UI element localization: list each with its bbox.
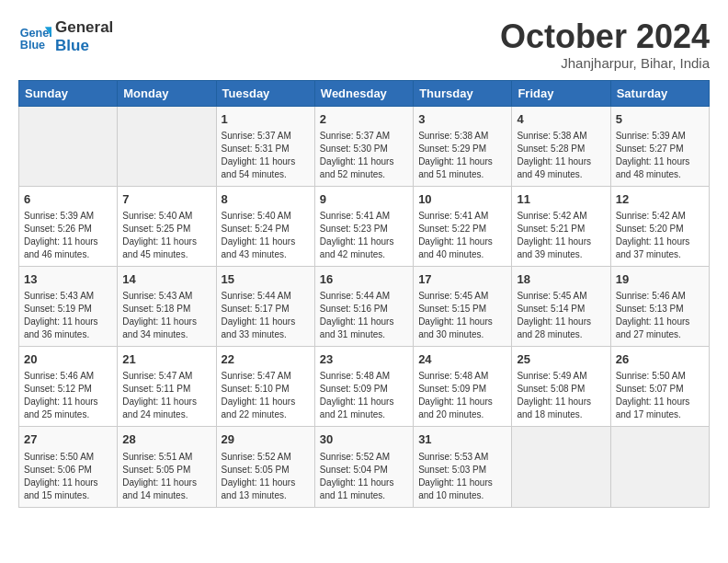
- header-row: Sunday Monday Tuesday Wednesday Thursday…: [19, 80, 710, 106]
- header-thursday: Thursday: [414, 80, 512, 106]
- logo: General Blue General Blue: [18, 18, 113, 56]
- calendar-cell: 8Sunrise: 5:40 AMSunset: 5:24 PMDaylight…: [216, 186, 314, 266]
- calendar-cell: 1Sunrise: 5:37 AMSunset: 5:31 PMDaylight…: [216, 106, 314, 186]
- cell-info: Sunrise: 5:43 AMSunset: 5:18 PMDaylight:…: [122, 290, 210, 341]
- day-number: 31: [418, 431, 506, 448]
- calendar-cell: 25Sunrise: 5:49 AMSunset: 5:08 PMDayligh…: [512, 347, 610, 427]
- calendar-cell: 6Sunrise: 5:39 AMSunset: 5:26 PMDaylight…: [19, 186, 118, 266]
- week-row-5: 27Sunrise: 5:50 AMSunset: 5:06 PMDayligh…: [19, 427, 710, 507]
- day-number: 17: [418, 271, 506, 288]
- cell-info: Sunrise: 5:38 AMSunset: 5:28 PMDaylight:…: [517, 130, 605, 181]
- cell-info: Sunrise: 5:45 AMSunset: 5:14 PMDaylight:…: [517, 290, 605, 341]
- logo-line2: Blue: [55, 37, 113, 55]
- calendar-body: 1Sunrise: 5:37 AMSunset: 5:31 PMDaylight…: [19, 106, 710, 507]
- calendar-cell: 12Sunrise: 5:42 AMSunset: 5:20 PMDayligh…: [610, 186, 709, 266]
- calendar-cell: 16Sunrise: 5:44 AMSunset: 5:16 PMDayligh…: [314, 266, 413, 346]
- cell-info: Sunrise: 5:38 AMSunset: 5:29 PMDaylight:…: [418, 130, 506, 181]
- day-number: 21: [122, 351, 210, 368]
- cell-info: Sunrise: 5:50 AMSunset: 5:07 PMDaylight:…: [616, 370, 704, 421]
- header-saturday: Saturday: [610, 80, 709, 106]
- calendar-cell: [19, 106, 118, 186]
- logo-line1: General: [55, 18, 113, 37]
- calendar-cell: 2Sunrise: 5:37 AMSunset: 5:30 PMDaylight…: [314, 106, 413, 186]
- calendar-cell: [512, 427, 610, 507]
- calendar-cell: 4Sunrise: 5:38 AMSunset: 5:28 PMDaylight…: [512, 106, 610, 186]
- cell-info: Sunrise: 5:52 AMSunset: 5:05 PMDaylight:…: [222, 451, 310, 502]
- cell-info: Sunrise: 5:39 AMSunset: 5:26 PMDaylight:…: [24, 210, 112, 261]
- cell-info: Sunrise: 5:51 AMSunset: 5:05 PMDaylight:…: [122, 451, 210, 502]
- calendar-cell: 15Sunrise: 5:44 AMSunset: 5:17 PMDayligh…: [216, 266, 314, 346]
- day-number: 26: [616, 351, 704, 368]
- cell-info: Sunrise: 5:46 AMSunset: 5:13 PMDaylight:…: [616, 290, 704, 341]
- cell-info: Sunrise: 5:52 AMSunset: 5:04 PMDaylight:…: [320, 451, 408, 502]
- calendar-cell: 21Sunrise: 5:47 AMSunset: 5:11 PMDayligh…: [118, 347, 216, 427]
- title-block: October 2024 Jhanjharpur, Bihar, India: [500, 18, 710, 71]
- calendar-cell: 7Sunrise: 5:40 AMSunset: 5:25 PMDaylight…: [118, 186, 216, 266]
- day-number: 12: [616, 191, 704, 208]
- day-number: 8: [222, 191, 310, 208]
- calendar-cell: 14Sunrise: 5:43 AMSunset: 5:18 PMDayligh…: [118, 266, 216, 346]
- header-friday: Friday: [512, 80, 610, 106]
- calendar-table: Sunday Monday Tuesday Wednesday Thursday…: [18, 80, 710, 508]
- calendar-cell: 30Sunrise: 5:52 AMSunset: 5:04 PMDayligh…: [314, 427, 413, 507]
- day-number: 20: [24, 351, 112, 368]
- day-number: 4: [517, 111, 605, 128]
- header-monday: Monday: [118, 80, 216, 106]
- week-row-4: 20Sunrise: 5:46 AMSunset: 5:12 PMDayligh…: [19, 347, 710, 427]
- location-subtitle: Jhanjharpur, Bihar, India: [500, 55, 710, 71]
- day-number: 27: [24, 431, 112, 448]
- day-number: 19: [616, 271, 704, 288]
- cell-info: Sunrise: 5:40 AMSunset: 5:25 PMDaylight:…: [122, 210, 210, 261]
- calendar-cell: 27Sunrise: 5:50 AMSunset: 5:06 PMDayligh…: [19, 427, 118, 507]
- calendar-cell: 11Sunrise: 5:42 AMSunset: 5:21 PMDayligh…: [512, 186, 610, 266]
- month-title: October 2024: [500, 18, 710, 55]
- calendar-cell: 24Sunrise: 5:48 AMSunset: 5:09 PMDayligh…: [414, 347, 512, 427]
- calendar-cell: 31Sunrise: 5:53 AMSunset: 5:03 PMDayligh…: [414, 427, 512, 507]
- day-number: 6: [24, 191, 112, 208]
- calendar-cell: 20Sunrise: 5:46 AMSunset: 5:12 PMDayligh…: [19, 347, 118, 427]
- calendar-cell: 22Sunrise: 5:47 AMSunset: 5:10 PMDayligh…: [216, 347, 314, 427]
- header-tuesday: Tuesday: [216, 80, 314, 106]
- week-row-1: 1Sunrise: 5:37 AMSunset: 5:31 PMDaylight…: [19, 106, 710, 186]
- day-number: 5: [616, 111, 704, 128]
- calendar-cell: [610, 427, 709, 507]
- calendar-cell: [118, 106, 216, 186]
- day-number: 3: [418, 111, 506, 128]
- week-row-3: 13Sunrise: 5:43 AMSunset: 5:19 PMDayligh…: [19, 266, 710, 346]
- cell-info: Sunrise: 5:45 AMSunset: 5:15 PMDaylight:…: [418, 290, 506, 341]
- calendar-cell: 23Sunrise: 5:48 AMSunset: 5:09 PMDayligh…: [314, 347, 413, 427]
- day-number: 30: [320, 431, 408, 448]
- day-number: 22: [222, 351, 310, 368]
- cell-info: Sunrise: 5:53 AMSunset: 5:03 PMDaylight:…: [418, 451, 506, 502]
- day-number: 2: [320, 111, 408, 128]
- cell-info: Sunrise: 5:48 AMSunset: 5:09 PMDaylight:…: [320, 370, 408, 421]
- day-number: 1: [222, 111, 310, 128]
- calendar-cell: 3Sunrise: 5:38 AMSunset: 5:29 PMDaylight…: [414, 106, 512, 186]
- page-header: General Blue General Blue October 2024 J…: [18, 18, 710, 71]
- day-number: 18: [517, 271, 605, 288]
- cell-info: Sunrise: 5:44 AMSunset: 5:17 PMDaylight:…: [222, 290, 310, 341]
- cell-info: Sunrise: 5:40 AMSunset: 5:24 PMDaylight:…: [222, 210, 310, 261]
- cell-info: Sunrise: 5:41 AMSunset: 5:22 PMDaylight:…: [418, 210, 506, 261]
- day-number: 13: [24, 271, 112, 288]
- cell-info: Sunrise: 5:37 AMSunset: 5:30 PMDaylight:…: [320, 130, 408, 181]
- week-row-2: 6Sunrise: 5:39 AMSunset: 5:26 PMDaylight…: [19, 186, 710, 266]
- cell-info: Sunrise: 5:41 AMSunset: 5:23 PMDaylight:…: [320, 210, 408, 261]
- day-number: 29: [222, 431, 310, 448]
- calendar-cell: 17Sunrise: 5:45 AMSunset: 5:15 PMDayligh…: [414, 266, 512, 346]
- calendar-cell: 5Sunrise: 5:39 AMSunset: 5:27 PMDaylight…: [610, 106, 709, 186]
- calendar-cell: 26Sunrise: 5:50 AMSunset: 5:07 PMDayligh…: [610, 347, 709, 427]
- calendar-cell: 9Sunrise: 5:41 AMSunset: 5:23 PMDaylight…: [314, 186, 413, 266]
- cell-info: Sunrise: 5:43 AMSunset: 5:19 PMDaylight:…: [24, 290, 112, 341]
- cell-info: Sunrise: 5:42 AMSunset: 5:20 PMDaylight:…: [616, 210, 704, 261]
- cell-info: Sunrise: 5:50 AMSunset: 5:06 PMDaylight:…: [24, 451, 112, 502]
- cell-info: Sunrise: 5:48 AMSunset: 5:09 PMDaylight:…: [418, 370, 506, 421]
- cell-info: Sunrise: 5:46 AMSunset: 5:12 PMDaylight:…: [24, 370, 112, 421]
- day-number: 9: [320, 191, 408, 208]
- day-number: 28: [122, 431, 210, 448]
- day-number: 11: [517, 191, 605, 208]
- calendar-cell: 10Sunrise: 5:41 AMSunset: 5:22 PMDayligh…: [414, 186, 512, 266]
- cell-info: Sunrise: 5:49 AMSunset: 5:08 PMDaylight:…: [517, 370, 605, 421]
- cell-info: Sunrise: 5:37 AMSunset: 5:31 PMDaylight:…: [222, 130, 310, 181]
- day-number: 24: [418, 351, 506, 368]
